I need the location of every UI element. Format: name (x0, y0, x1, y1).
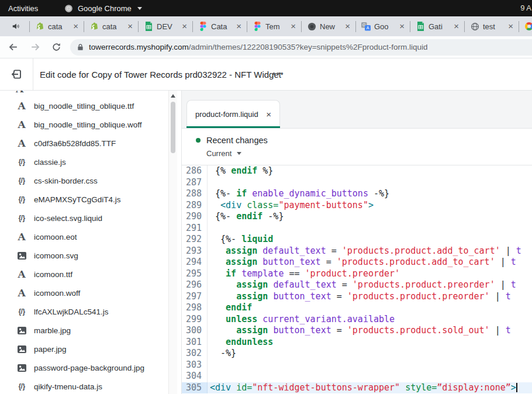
font-file-icon: A (18, 101, 25, 111)
code-editor-panel: product-form.liquid × Recent changes Cur… (181, 91, 532, 394)
reload-button[interactable] (51, 42, 61, 52)
code-line-row: 288 {%- if enable_dynamic_buttons -%} (182, 188, 532, 200)
browser-tab-strip: cata×cata×DEV×Cata×Tem×New×GAGoo×Gati×te… (0, 16, 532, 36)
tab-title: test (483, 22, 505, 31)
file-item[interactable]: icomoon.svg (0, 246, 168, 265)
browser-tab[interactable]: test× (467, 16, 517, 36)
file-name: paper.jpg (34, 345, 67, 354)
file-item[interactable]: Aicomoon.ttf (0, 265, 168, 284)
line-number: 294 (182, 257, 208, 268)
line-number: 301 (182, 337, 208, 348)
line-number: 305 (182, 382, 208, 394)
scroll-up-arrow[interactable] (171, 94, 175, 98)
tab-title: DEV (157, 22, 178, 31)
file-item[interactable]: Aicomoon.woff (0, 284, 168, 302)
tab-close-icon[interactable]: × (127, 22, 133, 30)
code-line-row: 297 assign button_text = 'products.produ… (182, 291, 532, 303)
code-line-text: -%} (208, 348, 532, 360)
line-number: 288 (182, 188, 208, 200)
editor-tab[interactable]: product-form.liquid × (186, 100, 280, 128)
tab-close-icon[interactable]: × (508, 22, 513, 30)
tab-close-icon[interactable]: × (345, 22, 350, 30)
close-icon[interactable]: × (266, 109, 271, 119)
file-item[interactable]: {/}ico-select.svg.liquid (0, 209, 168, 227)
file-item[interactable]: {/}eMAPMXSyTCgGdiT4.js (0, 190, 168, 209)
browser-tab[interactable]: Gati× (412, 16, 462, 36)
shopify-icon (35, 22, 44, 31)
browser-tab[interactable]: GAGoo× (358, 16, 408, 36)
file-sidebar: A Abig_noodle_titling_oblique.ttfAbig_no… (0, 91, 168, 394)
sheets-icon (416, 22, 425, 31)
tab-close-icon[interactable]: × (291, 22, 296, 30)
file-item[interactable]: Aicomoon.eot (0, 227, 168, 246)
tab-title: Cata (211, 22, 233, 31)
code-file-icon: {/} (18, 214, 25, 222)
code-area[interactable]: 286 {% endif %}287288 {%- if enable_dyna… (182, 165, 532, 394)
file-name: c0df3a6b528fdd85.TTF (34, 139, 116, 148)
code-line-row: 302 -%} (182, 348, 532, 360)
file-item[interactable]: paper.jpg (0, 340, 168, 358)
font-file-icon: A (18, 232, 25, 242)
lock-icon[interactable] (77, 43, 84, 51)
activities-button[interactable]: Activities (8, 4, 38, 13)
file-item[interactable]: {/}lfcAXLwjkDALc541.js (0, 302, 168, 321)
file-item[interactable]: {/}cs-skin-border.css (0, 171, 168, 190)
file-item[interactable]: password-page-background.jpg (0, 358, 168, 377)
code-line-text: {%- if enable_dynamic_buttons -%} (208, 188, 532, 200)
exit-code-editor-button[interactable] (0, 58, 33, 90)
tab-close-icon[interactable]: × (182, 22, 187, 30)
code-line-row: 295 if template == 'product.preorder' (182, 268, 532, 280)
tab-close-icon[interactable]: × (454, 22, 459, 30)
file-item[interactable]: Abig_noodle_titling_oblique.woff (0, 115, 168, 134)
editor-tab-bar: product-form.liquid × (182, 91, 532, 128)
page-title: Edit code for Copy of Tower Records prd0… (40, 70, 281, 80)
version-dropdown[interactable]: Current (206, 149, 532, 158)
file-item[interactable]: marble.jpg (0, 321, 168, 340)
file-name: lfcAXLwjkDALc541.js (34, 307, 109, 316)
code-file-icon: {/} (18, 382, 25, 390)
file-name: password-page-background.jpg (34, 364, 144, 372)
address-bar[interactable]: towerrecords.myshopify.com/admin/themes/… (70, 39, 532, 56)
tab-close-icon[interactable]: × (399, 22, 405, 30)
code-line-text (208, 360, 532, 371)
code-line-text: {%- endif -%} (208, 211, 532, 223)
sidebar-scrollbar[interactable] (168, 91, 177, 394)
file-item[interactable]: Abig_noodle_titling_oblique.ttf (0, 96, 168, 115)
back-button[interactable] (8, 42, 19, 53)
app-menu[interactable]: Google Chrome (64, 4, 142, 13)
more-actions-button[interactable]: ••• (272, 69, 285, 78)
clock[interactable]: 9 A (520, 0, 532, 16)
font-file-icon: A (18, 120, 25, 130)
image-file-icon (18, 327, 26, 334)
line-number: 298 (182, 302, 208, 314)
scrollbar-thumb[interactable] (171, 102, 175, 153)
browser-tab[interactable]: cata× (32, 16, 82, 36)
tab-separator (29, 21, 30, 32)
code-line-text: unless current_variant.available (208, 314, 532, 326)
browser-tab[interactable] (521, 16, 532, 36)
browser-tab[interactable]: New× (303, 16, 354, 36)
file-item[interactable]: {/}qikify-tmenu-data.js (0, 377, 168, 394)
font-file-icon: A (16, 91, 23, 94)
code-line-text: assign default_text = 'products.product.… (208, 279, 532, 291)
code-line-text: <div id="nft-widget-buttons-wrapper" sty… (208, 382, 532, 394)
browser-tab[interactable]: DEV× (140, 16, 191, 36)
forward-button[interactable] (30, 42, 41, 53)
code-line-text: endunless (208, 337, 532, 348)
file-name: classie.js (34, 158, 66, 167)
line-number: 302 (182, 348, 208, 360)
code-line-row: 299 unless current_variant.available (182, 314, 532, 326)
code-line-text: assign button_text = 'products.product.s… (208, 325, 532, 337)
tab-separator (519, 21, 519, 32)
tab-close-icon[interactable]: × (236, 22, 241, 30)
line-number: 293 (182, 246, 208, 257)
browser-tab[interactable]: cata× (86, 16, 136, 36)
file-item[interactable]: Ac0df3a6b528fdd85.TTF (0, 134, 168, 153)
file-name: eMAPMXSyTCgGdiT4.js (34, 195, 121, 204)
file-item[interactable]: {/}classie.js (0, 153, 168, 171)
browser-tab[interactable]: Cata× (195, 16, 245, 36)
tab-close-icon[interactable]: × (73, 22, 78, 30)
line-number: 290 (182, 211, 208, 223)
tab-separator (355, 21, 356, 32)
browser-tab[interactable]: Tem× (249, 16, 299, 36)
